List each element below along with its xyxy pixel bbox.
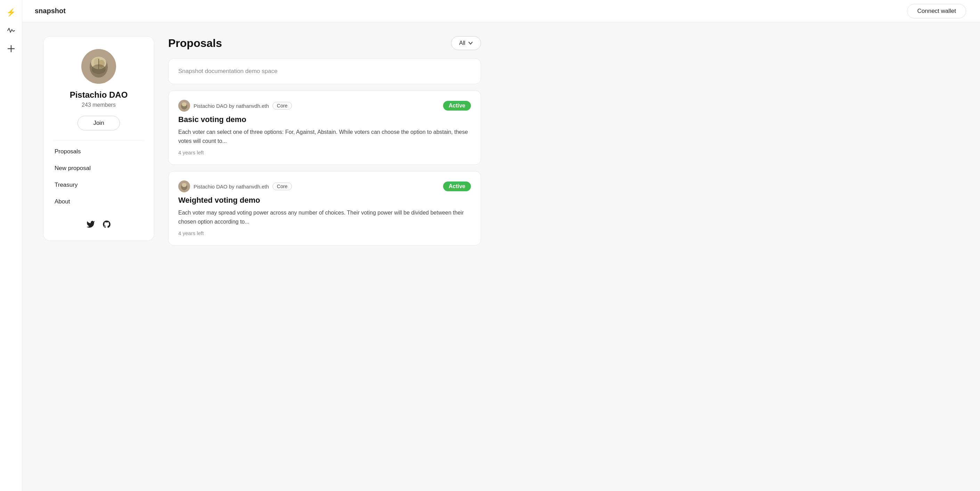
active-badge-1: Active bbox=[443, 101, 471, 111]
svg-point-8 bbox=[92, 64, 106, 74]
demo-card-text: Snapshot documentation demo space bbox=[178, 68, 277, 75]
proposal-title-1: Basic voting demo bbox=[178, 115, 471, 124]
proposal-by-2: Pistachio DAO by nathanvdh.eth bbox=[194, 183, 269, 190]
dao-social bbox=[86, 216, 111, 231]
proposals-panel: Proposals All Snapshot documentation dem… bbox=[168, 36, 481, 252]
proposal-author-label-1: by bbox=[229, 103, 236, 109]
header: snapshot Connect wallet bbox=[0, 0, 980, 22]
proposal-avatar-1 bbox=[178, 100, 190, 112]
nav-about[interactable]: About bbox=[53, 193, 144, 210]
proposal-time-2: 4 years left bbox=[178, 230, 471, 236]
nav-new-proposal[interactable]: New proposal bbox=[53, 160, 144, 177]
nav-treasury[interactable]: Treasury bbox=[53, 177, 144, 193]
proposal-desc-2: Each voter may spread voting power acros… bbox=[178, 208, 471, 226]
proposal-desc-1: Each voter can select one of three optio… bbox=[178, 128, 471, 145]
dao-avatar bbox=[81, 49, 116, 84]
dao-members: 243 members bbox=[82, 102, 116, 108]
proposal-meta-1: Pistachio DAO by nathanvdh.eth Core Acti… bbox=[178, 100, 471, 112]
lightning-button[interactable]: ⚡ bbox=[3, 5, 19, 20]
proposal-author-2: nathanvdh.eth bbox=[236, 183, 269, 190]
proposal-time-1: 4 years left bbox=[178, 150, 471, 155]
main-content: Pistachio DAO 243 members Join Proposals… bbox=[22, 22, 980, 491]
core-badge-2: Core bbox=[272, 183, 292, 190]
filter-label: All bbox=[459, 40, 465, 46]
proposal-meta-left-2: Pistachio DAO by nathanvdh.eth Core bbox=[178, 180, 292, 192]
svg-point-11 bbox=[182, 102, 187, 107]
active-badge-2: Active bbox=[443, 182, 471, 191]
twitter-icon[interactable] bbox=[86, 220, 95, 231]
dao-nav: Proposals New proposal Treasury About bbox=[53, 140, 144, 210]
proposal-card-1[interactable]: Pistachio DAO by nathanvdh.eth Core Acti… bbox=[168, 91, 481, 165]
connect-wallet-button[interactable]: Connect wallet bbox=[907, 4, 966, 18]
demo-proposal-card[interactable]: Snapshot documentation demo space bbox=[168, 58, 481, 84]
proposal-dao-name-1: Pistachio DAO bbox=[194, 103, 228, 109]
proposal-avatar-2 bbox=[178, 180, 190, 192]
nav-proposals[interactable]: Proposals bbox=[53, 143, 144, 160]
app-logo: snapshot bbox=[35, 7, 66, 15]
proposals-title: Proposals bbox=[168, 37, 222, 50]
proposal-meta-2: Pistachio DAO by nathanvdh.eth Core Acti… bbox=[178, 180, 471, 192]
proposal-meta-left-1: Pistachio DAO by nathanvdh.eth Core bbox=[178, 100, 292, 112]
sidebar-icons: ⚡ bbox=[0, 0, 22, 491]
proposal-author-1: nathanvdh.eth bbox=[236, 103, 269, 109]
svg-point-14 bbox=[182, 183, 187, 187]
proposal-dao-name-2: Pistachio DAO bbox=[194, 183, 228, 190]
dao-card: Pistachio DAO 243 members Join Proposals… bbox=[43, 36, 154, 241]
proposal-by-1: Pistachio DAO by nathanvdh.eth bbox=[194, 103, 269, 109]
proposal-title-2: Weighted voting demo bbox=[178, 196, 471, 205]
filter-button[interactable]: All bbox=[451, 36, 481, 50]
join-button[interactable]: Join bbox=[78, 116, 119, 131]
github-icon[interactable] bbox=[102, 220, 111, 231]
pulse-button[interactable] bbox=[3, 23, 19, 38]
proposals-header: Proposals All bbox=[168, 36, 481, 50]
add-button[interactable] bbox=[3, 41, 19, 56]
dao-name: Pistachio DAO bbox=[70, 90, 128, 100]
core-badge-1: Core bbox=[272, 102, 292, 110]
proposal-card-2[interactable]: Pistachio DAO by nathanvdh.eth Core Acti… bbox=[168, 171, 481, 246]
proposal-author-label-2: by bbox=[229, 183, 236, 190]
